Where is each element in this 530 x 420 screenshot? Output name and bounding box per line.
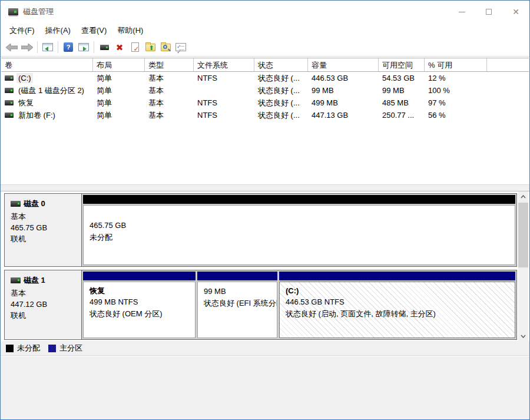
title-bar: 磁盘管理 ✕ [1,1,529,23]
show-action-pane-button[interactable] [76,40,91,54]
show-console-tree-button[interactable] [40,40,55,54]
status-cell: 状态良好 (... [254,98,308,108]
app-icon [8,8,18,15]
help-button[interactable]: ? [61,40,76,54]
legend-label: 未分配 [17,343,40,353]
partition-body: 465.75 GB 未分配 [83,205,515,265]
column-header[interactable]: 类型 [145,58,194,71]
partition-block[interactable]: 99 MB 状态良好 (EFI 系统分区) [197,272,277,338]
column-header[interactable]: % 可用 [425,58,487,71]
open-button[interactable]: ⬆ [143,40,158,54]
partition-color-bar [197,272,277,280]
partition-status-line: 状态良好 (启动, 页面文件, 故障转储, 主分区) [286,308,509,320]
legend-item: 未分配 [6,343,40,353]
forward-arrow-icon [21,44,33,51]
vertical-scrollbar[interactable] [518,191,528,341]
status-cell: 状态良好 (... [254,110,308,121]
free-space-cell: 485 MB [379,98,425,107]
toolbar-separator [58,41,58,53]
partitions-area: 恢复 499 MB NTFS 状态良好 (OEM 分区) 99 MB 状态良好 … [82,270,516,339]
partition-block[interactable]: 恢复 499 MB NTFS 状态良好 (OEM 分区) [83,272,196,338]
partition-block[interactable]: (C:) 446.53 GB NTFS 状态良好 (启动, 页面文件, 故障转储… [279,272,515,338]
status-cell: 状态良好 (... [254,85,308,96]
scrollbar-thumb[interactable] [518,203,528,267]
free-space-cell: 99 MB [379,86,425,95]
type-cell: 基本 [145,85,194,96]
partition-size-line: 499 MB NTFS [90,296,189,308]
properties-list-button[interactable]: ✓✓ [173,40,188,54]
partition-name: 恢复 [90,286,189,296]
column-header[interactable]: 容量 [308,58,379,71]
filesystem-cell: NTFS [194,74,254,82]
volume-list-header: 卷 布局 类型 文件系统 状态 容量 可用空间 % 可用 [1,58,529,72]
partition-status-line: 未分配 [90,232,509,243]
maximize-icon [486,9,492,15]
disk-header[interactable]: 磁盘 0 基本 465.75 GB 联机 [5,194,82,266]
percent-free-cell: 97 % [425,98,487,107]
delete-volume-button[interactable]: ✖ [112,40,127,54]
menu-item[interactable]: 帮助(H) [112,24,148,38]
disk-icon [11,201,21,207]
scroll-down-button[interactable] [518,331,528,341]
table-row[interactable]: 新加卷 (F:) 简单 基本 NTFS 状态良好 (... 447.13 GB … [1,109,529,121]
filesystem-cell: NTFS [194,98,254,107]
legend-swatch [48,345,56,352]
column-header[interactable]: 文件系统 [194,58,254,71]
partition-size-line: 99 MB [204,286,271,297]
column-header[interactable]: 可用空间 [379,58,425,71]
legend-swatch [6,345,14,352]
type-cell: 基本 [145,98,194,108]
menu-item[interactable]: 文件(F) [4,24,40,38]
partition-body: 恢复 499 MB NTFS 状态良好 (OEM 分区) [83,282,196,338]
free-space-cell: 54.53 GB [379,74,425,82]
capacity-cell: 446.53 GB [308,74,379,82]
folder-magnifier-icon [161,44,171,51]
disk-status: 联机 [11,310,75,321]
minimize-button[interactable] [448,1,475,23]
close-button[interactable]: ✕ [502,1,529,23]
delete-red-x-icon: ✖ [116,43,124,52]
type-cell: 基本 [145,110,194,121]
explore-button[interactable] [158,40,173,54]
volume-name: 恢复 [16,97,35,109]
layout-cell: 简单 [93,73,145,84]
disk-device-button[interactable] [97,40,112,54]
window-title: 磁盘管理 [23,6,54,17]
window-controls: ✕ [448,1,529,23]
maximize-button[interactable] [475,1,502,23]
partition-size-line: 465.75 GB [90,220,509,232]
toolbar-separator [37,41,38,53]
disk-size: 447.12 GB [11,299,75,310]
capacity-cell: 499 MB [308,98,379,107]
table-row[interactable]: (磁盘 1 磁盘分区 2) 简单 基本 状态良好 (... 99 MB 99 M… [1,84,529,97]
percent-free-cell: 56 % [425,111,487,120]
disk-header[interactable]: 磁盘 1 基本 447.12 GB 联机 [5,270,82,339]
capacity-cell: 99 MB [308,86,379,95]
partition-color-bar [83,195,515,204]
toolbar-separator [94,41,94,53]
disk-row: 磁盘 0 基本 465.75 GB 联机 465.75 GB 未分配 [4,193,517,267]
mark-partition-button[interactable] [127,40,143,54]
disk-status: 联机 [11,233,75,244]
column-header[interactable]: 状态 [254,58,308,71]
menu-item[interactable]: 查看(V) [76,24,112,38]
type-cell: 基本 [145,73,194,84]
free-space-cell: 250.77 ... [379,111,425,120]
status-bar [1,356,529,419]
forward-button[interactable] [19,40,35,54]
layout-cell: 简单 [93,98,145,108]
menu-item[interactable]: 操作(A) [40,24,76,38]
volume-icon [5,75,14,81]
column-header[interactable]: 卷 [1,58,93,71]
column-header[interactable]: 布局 [93,58,145,71]
scroll-up-button[interactable] [518,191,528,201]
back-button[interactable] [4,40,19,54]
table-row[interactable]: 恢复 简单 基本 NTFS 状态良好 (... 499 MB 485 MB 97… [1,97,529,109]
menu-bar: 文件(F) 操作(A) 查看(V) 帮助(H) [1,23,529,38]
table-row[interactable]: (C:) 简单 基本 NTFS 状态良好 (... 446.53 GB 54.5… [1,72,529,84]
partition-block[interactable]: 465.75 GB 未分配 [83,195,515,265]
pane-splitter[interactable] [1,184,529,191]
layout-cell: 简单 [93,110,145,121]
volume-name: 新加卷 (F:) [16,110,57,121]
volume-icon [5,88,14,93]
